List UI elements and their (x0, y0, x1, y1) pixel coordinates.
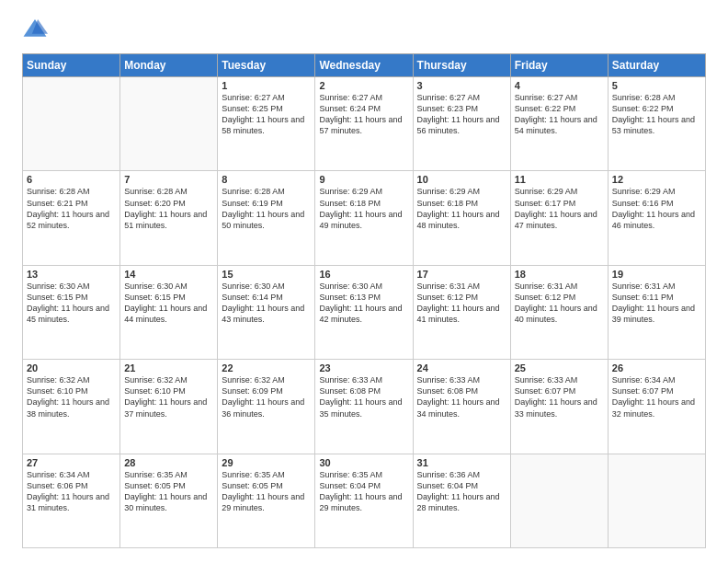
calendar-cell: 23Sunrise: 6:33 AM Sunset: 6:08 PM Dayli… (315, 360, 413, 454)
day-number: 3 (417, 80, 506, 91)
day-info: Sunrise: 6:29 AM Sunset: 6:18 PM Dayligh… (417, 186, 506, 231)
logo-icon (22, 17, 48, 42)
day-number: 5 (612, 80, 701, 91)
calendar-cell: 19Sunrise: 6:31 AM Sunset: 6:11 PM Dayli… (608, 265, 705, 359)
day-number: 19 (612, 269, 701, 280)
weekday-header-saturday: Saturday (608, 54, 705, 77)
calendar-cell: 13Sunrise: 6:30 AM Sunset: 6:15 PM Dayli… (23, 265, 120, 359)
week-row-1: 1Sunrise: 6:27 AM Sunset: 6:25 PM Daylig… (23, 77, 706, 171)
day-info: Sunrise: 6:27 AM Sunset: 6:24 PM Dayligh… (319, 92, 408, 137)
day-number: 12 (612, 174, 701, 185)
day-info: Sunrise: 6:31 AM Sunset: 6:12 PM Dayligh… (515, 281, 604, 326)
day-number: 31 (417, 457, 506, 468)
day-info: Sunrise: 6:28 AM Sunset: 6:20 PM Dayligh… (124, 186, 213, 231)
day-number: 27 (27, 457, 116, 468)
calendar-cell: 24Sunrise: 6:33 AM Sunset: 6:08 PM Dayli… (413, 360, 510, 454)
calendar-cell: 7Sunrise: 6:28 AM Sunset: 6:20 PM Daylig… (120, 171, 218, 265)
calendar-cell: 4Sunrise: 6:27 AM Sunset: 6:22 PM Daylig… (510, 77, 608, 171)
day-info: Sunrise: 6:35 AM Sunset: 6:05 PM Dayligh… (124, 469, 213, 514)
calendar-cell: 16Sunrise: 6:30 AM Sunset: 6:13 PM Dayli… (315, 265, 413, 359)
day-number: 25 (515, 362, 604, 373)
calendar-cell: 20Sunrise: 6:32 AM Sunset: 6:10 PM Dayli… (23, 360, 120, 454)
page: SundayMondayTuesdayWednesdayThursdayFrid… (0, 0, 728, 563)
day-info: Sunrise: 6:31 AM Sunset: 6:11 PM Dayligh… (612, 281, 701, 326)
weekday-header-row: SundayMondayTuesdayWednesdayThursdayFrid… (23, 54, 706, 77)
day-info: Sunrise: 6:30 AM Sunset: 6:13 PM Dayligh… (319, 281, 408, 326)
day-number: 6 (27, 174, 116, 185)
calendar-cell: 6Sunrise: 6:28 AM Sunset: 6:21 PM Daylig… (23, 171, 120, 265)
day-info: Sunrise: 6:28 AM Sunset: 6:21 PM Dayligh… (27, 186, 116, 231)
calendar-cell: 14Sunrise: 6:30 AM Sunset: 6:15 PM Dayli… (120, 265, 218, 359)
day-info: Sunrise: 6:29 AM Sunset: 6:18 PM Dayligh… (319, 186, 408, 231)
calendar-cell: 17Sunrise: 6:31 AM Sunset: 6:12 PM Dayli… (413, 265, 510, 359)
weekday-header-monday: Monday (120, 54, 218, 77)
day-number: 22 (222, 362, 311, 373)
day-info: Sunrise: 6:34 AM Sunset: 6:07 PM Dayligh… (612, 374, 701, 419)
day-info: Sunrise: 6:29 AM Sunset: 6:16 PM Dayligh… (612, 186, 701, 231)
day-number: 10 (417, 174, 506, 185)
day-info: Sunrise: 6:27 AM Sunset: 6:25 PM Dayligh… (222, 92, 311, 137)
day-number: 13 (27, 269, 116, 280)
day-number: 7 (124, 174, 213, 185)
day-number: 26 (612, 362, 701, 373)
calendar-cell (23, 77, 120, 171)
weekday-header-friday: Friday (510, 54, 608, 77)
day-number: 14 (124, 269, 213, 280)
calendar-cell: 3Sunrise: 6:27 AM Sunset: 6:23 PM Daylig… (413, 77, 510, 171)
day-number: 2 (319, 80, 408, 91)
calendar-cell: 12Sunrise: 6:29 AM Sunset: 6:16 PM Dayli… (608, 171, 705, 265)
day-info: Sunrise: 6:33 AM Sunset: 6:08 PM Dayligh… (417, 374, 506, 419)
calendar-cell: 18Sunrise: 6:31 AM Sunset: 6:12 PM Dayli… (510, 265, 608, 359)
day-info: Sunrise: 6:27 AM Sunset: 6:23 PM Dayligh… (417, 92, 506, 137)
day-number: 20 (27, 362, 116, 373)
day-number: 18 (515, 269, 604, 280)
calendar-cell: 15Sunrise: 6:30 AM Sunset: 6:14 PM Dayli… (218, 265, 315, 359)
day-info: Sunrise: 6:32 AM Sunset: 6:10 PM Dayligh… (27, 374, 116, 419)
day-info: Sunrise: 6:29 AM Sunset: 6:17 PM Dayligh… (515, 186, 604, 231)
calendar-cell: 9Sunrise: 6:29 AM Sunset: 6:18 PM Daylig… (315, 171, 413, 265)
weekday-header-sunday: Sunday (23, 54, 120, 77)
calendar-cell: 11Sunrise: 6:29 AM Sunset: 6:17 PM Dayli… (510, 171, 608, 265)
day-number: 28 (124, 457, 213, 468)
calendar-cell (120, 77, 218, 171)
calendar-cell: 5Sunrise: 6:28 AM Sunset: 6:22 PM Daylig… (608, 77, 705, 171)
day-number: 15 (222, 269, 311, 280)
calendar-cell: 26Sunrise: 6:34 AM Sunset: 6:07 PM Dayli… (608, 360, 705, 454)
calendar-cell: 21Sunrise: 6:32 AM Sunset: 6:10 PM Dayli… (120, 360, 218, 454)
day-info: Sunrise: 6:30 AM Sunset: 6:15 PM Dayligh… (27, 281, 116, 326)
day-info: Sunrise: 6:33 AM Sunset: 6:07 PM Dayligh… (515, 374, 604, 419)
day-info: Sunrise: 6:36 AM Sunset: 6:04 PM Dayligh… (417, 469, 506, 514)
weekday-header-wednesday: Wednesday (315, 54, 413, 77)
calendar-cell: 28Sunrise: 6:35 AM Sunset: 6:05 PM Dayli… (120, 454, 218, 547)
day-number: 29 (222, 457, 311, 468)
calendar-cell: 2Sunrise: 6:27 AM Sunset: 6:24 PM Daylig… (315, 77, 413, 171)
day-info: Sunrise: 6:30 AM Sunset: 6:15 PM Dayligh… (124, 281, 213, 326)
day-number: 24 (417, 362, 506, 373)
day-number: 11 (515, 174, 604, 185)
day-info: Sunrise: 6:28 AM Sunset: 6:19 PM Dayligh… (222, 186, 311, 231)
week-row-3: 13Sunrise: 6:30 AM Sunset: 6:15 PM Dayli… (23, 265, 706, 359)
weekday-header-thursday: Thursday (413, 54, 510, 77)
day-info: Sunrise: 6:27 AM Sunset: 6:22 PM Dayligh… (515, 92, 604, 137)
day-info: Sunrise: 6:35 AM Sunset: 6:05 PM Dayligh… (222, 469, 311, 514)
calendar-cell: 31Sunrise: 6:36 AM Sunset: 6:04 PM Dayli… (413, 454, 510, 547)
day-number: 23 (319, 362, 408, 373)
day-number: 4 (515, 80, 604, 91)
day-number: 30 (319, 457, 408, 468)
calendar-cell (510, 454, 608, 547)
day-info: Sunrise: 6:30 AM Sunset: 6:14 PM Dayligh… (222, 281, 311, 326)
weekday-header-tuesday: Tuesday (218, 54, 315, 77)
calendar-table: SundayMondayTuesdayWednesdayThursdayFrid… (22, 53, 706, 548)
day-number: 9 (319, 174, 408, 185)
day-info: Sunrise: 6:28 AM Sunset: 6:22 PM Dayligh… (612, 92, 701, 137)
day-info: Sunrise: 6:35 AM Sunset: 6:04 PM Dayligh… (319, 469, 408, 514)
calendar-cell: 22Sunrise: 6:32 AM Sunset: 6:09 PM Dayli… (218, 360, 315, 454)
day-info: Sunrise: 6:32 AM Sunset: 6:10 PM Dayligh… (124, 374, 213, 419)
day-number: 21 (124, 362, 213, 373)
day-info: Sunrise: 6:31 AM Sunset: 6:12 PM Dayligh… (417, 281, 506, 326)
day-info: Sunrise: 6:33 AM Sunset: 6:08 PM Dayligh… (319, 374, 408, 419)
day-number: 16 (319, 269, 408, 280)
day-number: 17 (417, 269, 506, 280)
day-info: Sunrise: 6:32 AM Sunset: 6:09 PM Dayligh… (222, 374, 311, 419)
day-number: 1 (222, 80, 311, 91)
